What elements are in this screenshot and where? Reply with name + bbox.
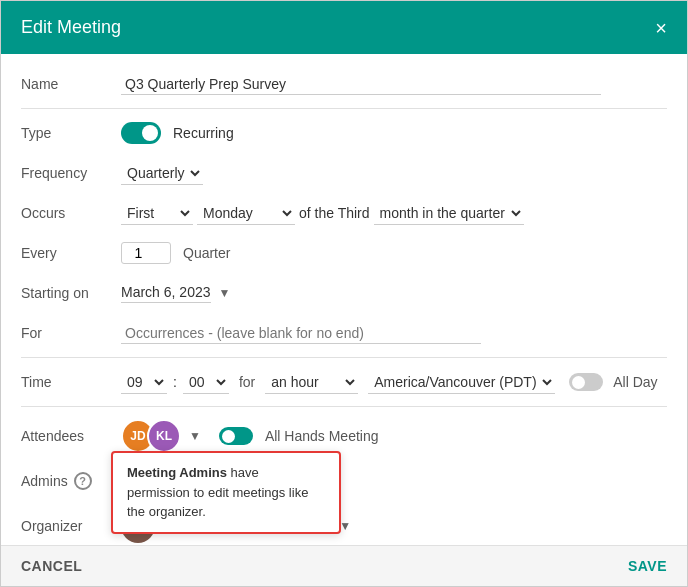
for-row: For <box>21 313 667 353</box>
time-minute-select[interactable]: 00 15 30 45 <box>183 371 229 394</box>
type-row: Type Recurring <box>21 113 667 153</box>
name-row: Name <box>21 64 667 104</box>
time-content: 09 10 11 : 00 15 30 45 for an hour 30 mi… <box>121 371 667 394</box>
occurs-order-select[interactable]: First Second Third Fourth Last <box>121 202 193 225</box>
timezone-select[interactable]: America/Vancouver (PDT) America/New_York… <box>368 371 555 394</box>
occurs-label: Occurs <box>21 205 121 221</box>
every-content: Quarter <box>121 242 667 264</box>
every-label: Every <box>21 245 121 261</box>
admins-label: Admins <box>21 473 68 489</box>
save-button[interactable]: SAVE <box>628 558 667 574</box>
name-label: Name <box>21 76 121 92</box>
attendees-label: Attendees <box>21 428 121 444</box>
admins-label-area: Admins ? <box>21 472 121 490</box>
every-row: Every Quarter <box>21 233 667 273</box>
attendees-toggle-slider <box>219 427 253 445</box>
modal-body: Name Type Recurring Frequency Quarterly <box>1 54 687 545</box>
attendees-content: JD KL ▼ All Hands Meeting <box>121 419 667 453</box>
tooltip-bold: Meeting Admins <box>127 465 227 480</box>
starting-on-value: March 6, 2023 <box>121 284 211 303</box>
for-text: for <box>239 374 255 390</box>
for-input[interactable] <box>121 323 481 344</box>
occurs-content: First Second Third Fourth Last Monday Tu… <box>121 202 667 225</box>
every-unit: Quarter <box>183 245 230 261</box>
frequency-content: Quarterly Monthly Weekly Daily <box>121 162 667 185</box>
divider-1 <box>21 108 667 109</box>
frequency-select[interactable]: Quarterly Monthly Weekly Daily <box>121 162 203 185</box>
starting-on-dropdown[interactable]: ▼ <box>215 284 235 302</box>
cancel-button[interactable]: CANCEL <box>21 558 82 574</box>
time-colon: : <box>173 374 177 390</box>
recurring-label: Recurring <box>173 125 234 141</box>
divider-3 <box>21 406 667 407</box>
attendees-dropdown[interactable]: ▼ <box>185 427 205 445</box>
all-day-toggle[interactable] <box>569 373 603 391</box>
name-content <box>121 74 667 95</box>
close-button[interactable]: × <box>655 18 667 38</box>
starting-on-content: March 6, 2023 ▼ <box>121 284 667 303</box>
occurs-period-select[interactable]: month in the quarter <box>374 202 524 225</box>
recurring-toggle[interactable] <box>121 122 161 144</box>
occurs-row: Occurs First Second Third Fourth Last Mo… <box>21 193 667 233</box>
modal-header: Edit Meeting × <box>1 1 687 54</box>
for-label: For <box>21 325 121 341</box>
avatar-2: KL <box>147 419 181 453</box>
time-row: Time 09 10 11 : 00 15 30 45 for an hour … <box>21 362 667 402</box>
of-the-third-label: of the Third <box>299 205 370 221</box>
admins-tooltip: Meeting Admins have permission to edit m… <box>111 451 341 534</box>
time-label: Time <box>21 374 121 390</box>
modal-title: Edit Meeting <box>21 17 121 38</box>
avatar-group: JD KL <box>121 419 181 453</box>
divider-2 <box>21 357 667 358</box>
admins-row: Admins ? Meeting Admins have permission … <box>21 461 667 501</box>
type-content: Recurring <box>121 122 667 144</box>
attendees-group-name: All Hands Meeting <box>265 428 379 444</box>
all-day-label: All Day <box>613 374 657 390</box>
duration-select[interactable]: an hour 30 minutes 2 hours <box>265 371 358 394</box>
starting-on-row: Starting on March 6, 2023 ▼ <box>21 273 667 313</box>
toggle-slider <box>121 122 161 144</box>
name-input[interactable] <box>121 74 601 95</box>
admins-help-icon[interactable]: ? <box>74 472 92 490</box>
every-number-input[interactable] <box>121 242 171 264</box>
for-content <box>121 323 667 344</box>
attendees-toggle[interactable] <box>219 427 253 445</box>
starting-on-label: Starting on <box>21 285 121 301</box>
edit-meeting-modal: Edit Meeting × Name Type Recurring <box>0 0 688 587</box>
occurs-day-select[interactable]: Monday Tuesday Wednesday Thursday Friday <box>197 202 295 225</box>
frequency-label: Frequency <box>21 165 121 181</box>
organizer-label: Organizer <box>21 518 121 534</box>
frequency-row: Frequency Quarterly Monthly Weekly Daily <box>21 153 667 193</box>
all-day-slider <box>569 373 603 391</box>
time-hour-select[interactable]: 09 10 11 <box>121 371 167 394</box>
modal-footer: CANCEL SAVE <box>1 545 687 586</box>
type-label: Type <box>21 125 121 141</box>
